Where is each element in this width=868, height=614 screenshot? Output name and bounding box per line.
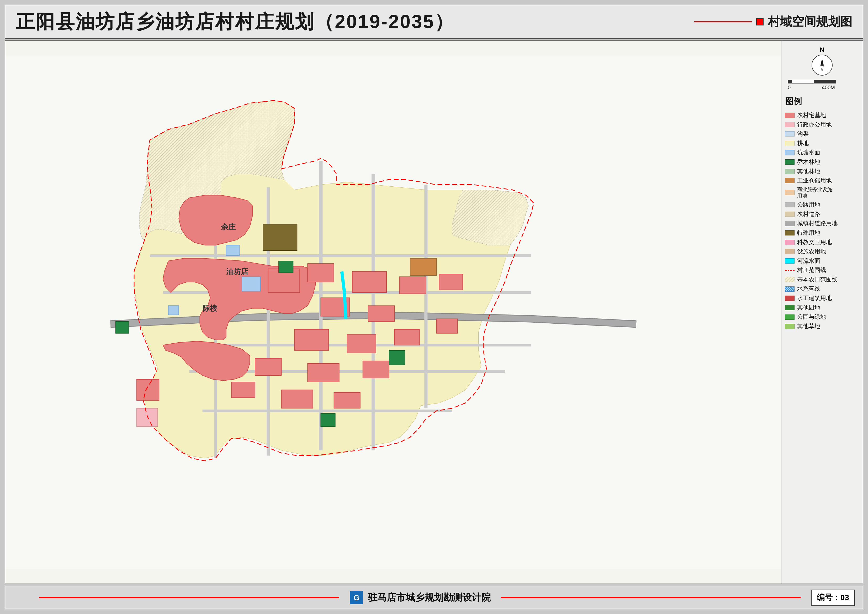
legend-label-residential: 农村宅基地: [797, 112, 826, 119]
legend-label-facility-farm: 设施农用地: [797, 248, 826, 255]
legend-label-park: 公园与绿地: [797, 313, 826, 321]
compass-arrow-svg: [814, 57, 830, 73]
svg-rect-27: [394, 330, 419, 345]
title-red-line: [694, 21, 752, 22]
legend-swatch-farmland: [785, 141, 795, 146]
legend-swatch-edu: [785, 240, 795, 245]
admin-land: [137, 408, 158, 427]
legend-item-highway: 公路用地: [785, 201, 859, 209]
place-label-jilou: 际楼: [203, 304, 217, 312]
title-sub-container: 村域空间规划图: [694, 14, 852, 30]
legend-item-edu: 科教文卫用地: [785, 239, 859, 246]
map-type-title: 村域空间规划图: [768, 14, 852, 30]
legend-label-river: 河流水面: [797, 257, 820, 265]
legend-item-village-boundary: 村庄范围线: [785, 266, 859, 274]
svg-point-44: [821, 64, 823, 66]
legend-item-park: 公园与绿地: [785, 313, 859, 321]
legend-item-rural-road: 农村道路: [785, 210, 859, 218]
svg-rect-46: [785, 277, 795, 282]
footer-logo: G 驻马店市城乡规划勘测设计院: [349, 591, 491, 605]
svg-rect-33: [281, 390, 313, 408]
svg-rect-38: [321, 413, 335, 427]
legend-label-arbor: 乔木林地: [797, 158, 820, 166]
legend-item-farmland-boundary: 基本农田范围线: [785, 276, 859, 283]
legend-label-industrial: 工业仓储用地: [797, 177, 832, 185]
legend-swatch-town-road: [785, 221, 795, 226]
legend-swatch-special: [785, 230, 795, 235]
svg-rect-35: [137, 379, 159, 400]
logo-svg: G: [349, 591, 364, 605]
title-bar: 正阳县油坊店乡油坊店村村庄规划（2019-2035） 村域空间规划图: [5, 5, 863, 39]
industrial-land: [410, 258, 436, 275]
legend-item-farmland: 耕地: [785, 140, 859, 147]
svg-rect-19: [307, 264, 334, 282]
legend-item-arbor: 乔木林地: [785, 158, 859, 166]
svg-rect-20: [352, 271, 386, 292]
legend-swatch-pond: [785, 150, 795, 155]
legend-item-residential: 农村宅基地: [785, 112, 859, 119]
legend-label-other-garden: 其他园地: [797, 304, 820, 312]
legend-label-water-blue: 水系蓝线: [797, 285, 820, 293]
legend-item-grassland: 其他草地: [785, 323, 859, 330]
legend-label-edu: 科教文卫用地: [797, 239, 832, 246]
svg-rect-30: [307, 364, 339, 382]
place-label-youfangdian: 油坊店: [226, 267, 248, 276]
map-svg: 余庄 油坊店 际楼: [5, 41, 781, 584]
legend-swatch-canal: [785, 131, 795, 137]
legend-swatch-commercial: [785, 190, 795, 195]
legend-item-facility-farm: 设施农用地: [785, 248, 859, 255]
legend-swatch-facility-farm: [785, 249, 795, 254]
svg-rect-36: [279, 261, 293, 273]
svg-marker-42: [820, 59, 824, 65]
footer-red-line-2: [501, 597, 801, 598]
scale-max: 400M: [822, 84, 835, 90]
legend-label-grassland: 其他草地: [797, 323, 820, 330]
footer-code: 编号：03: [811, 589, 855, 606]
legend-swatch-arbor: [785, 159, 795, 165]
svg-line-41: [344, 292, 346, 319]
legend-label-admin: 行政办公用地: [797, 121, 832, 129]
legend-label-pond: 坑塘水面: [797, 149, 820, 157]
legend-item-town-road: 城镇村道路用地: [785, 220, 859, 227]
legend-label-highway: 公路用地: [797, 201, 820, 209]
pond-1: [242, 277, 260, 291]
legend-item-special: 特殊用地: [785, 229, 859, 237]
svg-rect-34: [334, 392, 360, 408]
legend-swatch-farmland-boundary: [785, 277, 795, 282]
svg-rect-31: [363, 361, 389, 378]
legend-item-canal: 沟渠: [785, 130, 859, 138]
red-square-icon: [756, 18, 764, 25]
footer-red-line: [39, 597, 339, 598]
legend-swatch-hydraulic: [785, 295, 795, 301]
legend-swatch-rural-road: [785, 211, 795, 217]
svg-rect-21: [400, 277, 426, 294]
svg-rect-40: [168, 306, 179, 315]
legend-item-other-forest: 其他林地: [785, 168, 859, 176]
place-label-yuzhang: 余庄: [221, 222, 236, 231]
legend-swatch-river: [785, 258, 795, 264]
footer-bar: G 驻马店市城乡规划勘测设计院 编号：03: [5, 586, 863, 609]
svg-rect-22: [439, 274, 463, 290]
legend-swatch-village-boundary: [785, 268, 795, 273]
svg-rect-25: [294, 330, 329, 350]
legend-label-hydraulic: 水工建筑用地: [797, 295, 832, 302]
svg-rect-26: [347, 335, 376, 353]
svg-rect-37: [389, 350, 405, 365]
legend-swatch-industrial: [785, 178, 795, 183]
legend-item-hydraulic: 水工建筑用地: [785, 295, 859, 302]
legend-item-other-garden: 其他园地: [785, 304, 859, 312]
svg-rect-39: [116, 322, 129, 333]
svg-rect-32: [231, 382, 255, 398]
north-compass: N: [785, 46, 859, 76]
legend-swatch-highway: [785, 202, 795, 207]
legend-swatch-other-garden: [785, 305, 795, 310]
special-land: [263, 224, 297, 250]
legend-item-pond: 坑塘水面: [785, 149, 859, 157]
legend-item-industrial: 工业仓储用地: [785, 177, 859, 185]
legend-item-river: 河流水面: [785, 257, 859, 265]
compass-n-label: N: [820, 46, 824, 54]
svg-rect-29: [255, 358, 281, 375]
map-area: 余庄 油坊店 际楼: [5, 41, 781, 584]
legend-swatch-residential: [785, 113, 795, 118]
legend-label-special: 特殊用地: [797, 229, 820, 237]
